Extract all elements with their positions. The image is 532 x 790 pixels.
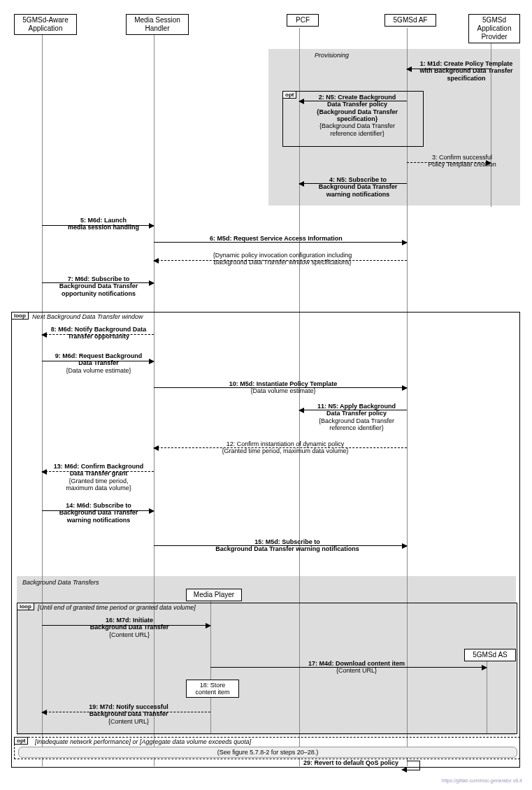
msg-m13: 13: M6d: Confirm Background Data Transfe… (43, 463, 154, 491)
msg-m14: 14: M6d: Subscribe to Background Data Tr… (46, 502, 151, 524)
msg-m3: 3: Confirm successful Policy Template cr… (417, 154, 508, 168)
participant-ap: 5GMSdApplicationProvider (468, 14, 520, 43)
msg-m6r: {Dynamic policy invocation configuration… (192, 252, 373, 266)
msg-m4: 4: N5: Subscribe to Background Data Tran… (309, 176, 407, 198)
msg-m7: 7: M6d: Subscribe to Background Data Tra… (46, 275, 151, 297)
msg-m9: 9: M6d: Request Background Data Transfer… (45, 352, 152, 374)
sequence-diagram: Provisioning Background Data Transfers 5… (7, 7, 525, 783)
msg-m10: 10: M5d: Instantiate Policy Template {Da… (217, 380, 350, 395)
msg-m18: 18: Store content item (186, 680, 239, 698)
participant-as: 5GMSd AS (464, 649, 516, 661)
frame-loop1-title: Next Background Data Transfer window (32, 313, 143, 320)
participant-af: 5GMSd AF (384, 14, 436, 27)
msg-m16: 16: M7d: Initiate Background Data Transf… (77, 617, 182, 638)
msg-m5: 5: M6d: Launch media session handling (62, 217, 145, 231)
frame-opt2-title: [Inadequate network performance] or [Agg… (35, 738, 251, 745)
ref-box: (See figure 5.7.8-2 for steps 20–28.) (18, 747, 517, 758)
frame-opt1-label: opt (282, 91, 296, 99)
participant-pcf-label: PCF (296, 16, 310, 24)
participant-af-label: 5GMSd AF (394, 16, 428, 24)
participant-msh: Media SessionHandler (126, 14, 189, 35)
participant-msh-label: Media SessionHandler (134, 16, 180, 32)
msg-m1: 1: M1d: Create Policy Template with Back… (412, 60, 520, 82)
msg-m17: 17: M4d: Download content item {Content … (294, 660, 419, 675)
participant-pcf: PCF (287, 14, 319, 27)
frame-loop2-label: loop (17, 603, 34, 610)
frame-loop1-label: loop (11, 312, 29, 319)
participant-ap-label: 5GMSdApplicationProvider (477, 16, 512, 41)
participant-app: 5GMSd-AwareApplication (14, 14, 77, 35)
provisioning-title: Provisioning (315, 52, 349, 59)
msg-m15: 15: M5d: Subscribe to Background Data Tr… (207, 538, 368, 553)
bdt-title: Background Data Transfers (22, 579, 99, 586)
arrow-m29 (407, 761, 420, 770)
participant-app-label: 5GMSd-AwareApplication (22, 16, 68, 32)
msg-m19: 19: M7d: Notify successful Background Da… (73, 703, 185, 725)
frame-opt2-label: opt (14, 737, 28, 745)
msg-m6t: 6: M5d: Request Service Access Informati… (210, 235, 343, 242)
footer-link: https://gitlab.com/msc-generator v8.4 (442, 778, 522, 783)
msg-m8: 8: M6d: Notify Background Data Transfer … (41, 326, 157, 340)
participant-mp-label: Media Player (194, 591, 234, 598)
msg-m2: 2: N5: Create Background Data Transfer p… (306, 94, 408, 137)
participant-mp: Media Player (186, 589, 242, 601)
msg-m12: 12: Confirm instantiation of dynamic pol… (208, 440, 362, 455)
frame-loop2-title: [Until end of granted time period or gra… (38, 604, 196, 611)
participant-as-label: 5GMSd AS (473, 651, 507, 659)
msg-m29: 29: Revert to default QoS policy (303, 759, 398, 766)
msg-m11: 11: N5: Apply Background Data Transfer p… (308, 403, 405, 431)
